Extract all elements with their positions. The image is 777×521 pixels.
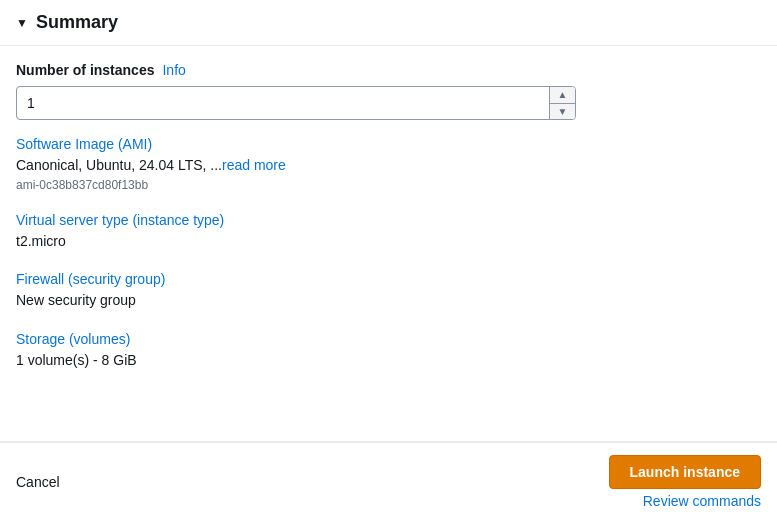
instances-field-group: Number of instances Info ▲ ▼ [16, 62, 761, 120]
ami-section-subvalue: ami-0c38b837cd80f13bb [16, 178, 761, 192]
footer: Cancel Launch instance Review commands [0, 442, 777, 521]
instance-type-section: Virtual server type (instance type) t2.m… [16, 212, 761, 252]
instance-type-section-title[interactable]: Virtual server type (instance type) [16, 212, 761, 228]
summary-header: ▼ Summary [0, 0, 777, 46]
chevron-icon[interactable]: ▼ [16, 16, 28, 30]
ami-section-title[interactable]: Software Image (AMI) [16, 136, 761, 152]
launch-instance-button[interactable]: Launch instance [609, 455, 761, 489]
footer-left: Cancel [16, 468, 60, 496]
spinner-down-button[interactable]: ▼ [550, 104, 575, 120]
page-title: ▼ Summary [16, 12, 761, 33]
storage-section-title[interactable]: Storage (volumes) [16, 331, 761, 347]
storage-section: Storage (volumes) 1 volume(s) - 8 GiB [16, 331, 761, 371]
info-link[interactable]: Info [162, 62, 185, 78]
review-commands-link[interactable]: Review commands [643, 493, 761, 509]
cancel-button[interactable]: Cancel [16, 468, 60, 496]
firewall-section-value: New security group [16, 291, 761, 311]
spinner-buttons: ▲ ▼ [549, 87, 575, 119]
ami-section: Software Image (AMI) Canonical, Ubuntu, … [16, 136, 761, 192]
instance-type-section-value: t2.micro [16, 232, 761, 252]
firewall-section: Firewall (security group) New security g… [16, 271, 761, 311]
main-content: Number of instances Info ▲ ▼ Software Im… [0, 46, 777, 441]
footer-right: Launch instance Review commands [609, 455, 761, 509]
instances-input[interactable] [16, 86, 576, 120]
instances-label-row: Number of instances Info [16, 62, 761, 78]
firewall-section-title[interactable]: Firewall (security group) [16, 271, 761, 287]
instances-input-wrapper: ▲ ▼ [16, 86, 576, 120]
ami-section-value: Canonical, Ubuntu, 24.04 LTS, ...read mo… [16, 156, 761, 176]
spinner-up-button[interactable]: ▲ [550, 87, 575, 104]
ami-read-more-link[interactable]: read more [222, 157, 286, 173]
instances-label: Number of instances [16, 62, 154, 78]
storage-section-value: 1 volume(s) - 8 GiB [16, 351, 761, 371]
